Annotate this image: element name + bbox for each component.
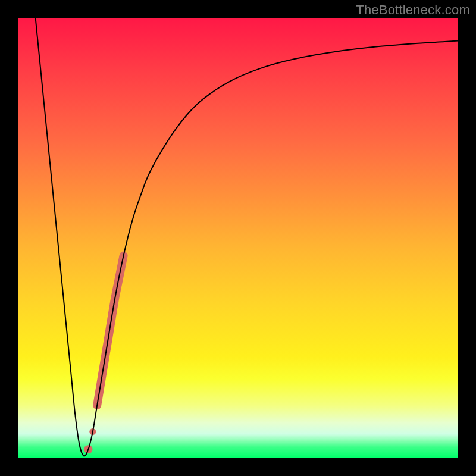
chart-frame: TheBottleneck.com [0,0,476,476]
curve-layer [18,18,458,458]
watermark-text: TheBottleneck.com [356,2,470,18]
plot-area [18,18,458,458]
